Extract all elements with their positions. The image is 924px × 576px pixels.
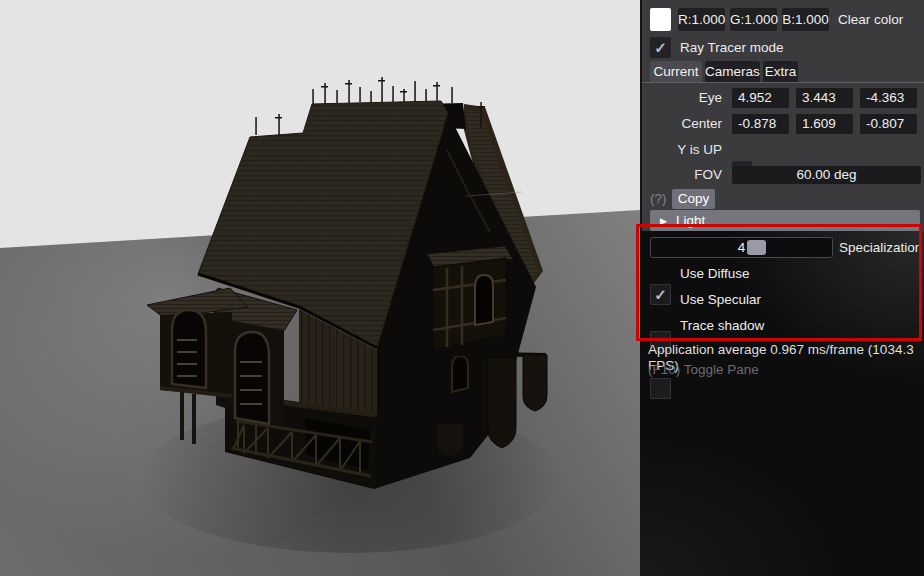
copy-button[interactable]: Copy [672,189,715,209]
center-z-field[interactable]: -0.807 [860,114,917,134]
center-label: Center [642,114,722,134]
checkmark-icon: ✓ [650,284,671,305]
color-swatch[interactable] [650,8,671,31]
specialization-label: Specialization [839,237,922,258]
eye-x-field[interactable]: 4.952 [732,88,789,108]
help-marker: (?) [650,189,667,209]
light-section-header[interactable]: ▶Light [650,210,920,231]
eye-y-field[interactable]: 3.443 [796,88,853,108]
tab-cameras[interactable]: Cameras [705,61,760,82]
ray-tracer-mode-checkbox[interactable]: ✓ [650,37,671,58]
scene-render [0,0,640,576]
tab-underline [642,82,924,83]
red-value-button[interactable]: R:1.000 [678,8,725,31]
specialization-value: 4 [738,240,746,255]
center-y-field[interactable]: 1.609 [796,114,853,134]
slider-grab[interactable] [747,240,766,255]
specialization-slider[interactable]: 4 [650,237,833,258]
eye-z-field[interactable]: -4.363 [860,88,917,108]
y-is-up-label: Y is UP [642,140,722,160]
ray-tracer-mode-label: Ray Tracer mode [680,37,784,58]
viewport-3d[interactable] [0,0,640,576]
green-value-button[interactable]: G:1.000 [730,8,777,31]
use-specular-label: Use Specular [680,289,761,310]
tab-current[interactable]: Current [650,61,702,82]
clear-color-label: Clear color [838,8,903,31]
fov-label: FOV [642,165,722,185]
tab-extra[interactable]: Extra [763,61,798,82]
use-diffuse-checkbox[interactable]: ✓ [650,284,671,305]
chevron-right-icon: ▶ [660,216,667,226]
settings-panel: R:1.000 G:1.000 B:1.000 Clear color ✓ Ra… [640,0,924,576]
eye-label: Eye [642,88,722,108]
blue-value-button[interactable]: B:1.000 [782,8,829,31]
checkmark-icon: ✓ [650,37,671,58]
settings-panel-top: R:1.000 G:1.000 B:1.000 Clear color ✓ Ra… [640,0,924,231]
settings-panel-bottom: 4 Specialization ✓ Use Diffuse ✓ Use Spe… [640,231,924,576]
app-window: R:1.000 G:1.000 B:1.000 Clear color ✓ Ra… [0,0,924,576]
use-diffuse-label: Use Diffuse [680,263,750,284]
fov-slider[interactable]: 60.00 deg [732,166,921,184]
trace-shadow-label: Trace shadow [680,315,764,336]
toggle-pane-hint: (F10) Toggle Pane [648,362,759,378]
trace-shadow-checkbox[interactable]: ✓ [650,378,671,399]
light-section-label: Light [676,213,705,228]
center-x-field[interactable]: -0.878 [732,114,789,134]
